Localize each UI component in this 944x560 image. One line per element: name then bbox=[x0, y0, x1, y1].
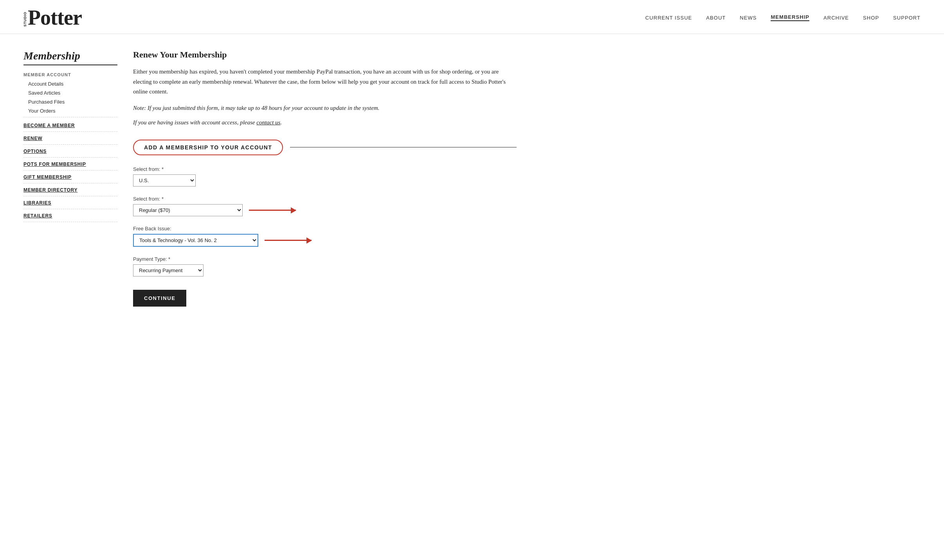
sidebar-link-become-member[interactable]: BECOME A MEMBER bbox=[23, 119, 117, 132]
free-back-issue-arrow-row: Tools & Technology - Vol. 36 No. 2 Other… bbox=[133, 234, 517, 247]
sidebar-link-retailers[interactable]: RETAILERS bbox=[23, 209, 117, 222]
logo[interactable]: STUDIO Potter bbox=[23, 7, 82, 28]
free-back-issue-group: Free Back Issue: Tools & Technology - Vo… bbox=[133, 226, 517, 247]
section-label: ADD A MEMBERSHIP TO YOUR ACCOUNT bbox=[133, 140, 283, 155]
nav-archive[interactable]: ARCHIVE bbox=[823, 15, 849, 21]
sidebar-link-pots[interactable]: POTS FOR MEMBERSHIP bbox=[23, 158, 117, 171]
sidebar-link-directory[interactable]: MEMBER DIRECTORY bbox=[23, 183, 117, 196]
nav-about[interactable]: ABOUT bbox=[706, 15, 726, 21]
sidebar-item-your-orders[interactable]: Your Orders bbox=[23, 106, 117, 115]
sidebar-link-renew[interactable]: RENEW bbox=[23, 132, 117, 145]
membership-type-arrow-row: Regular ($70) Student ($45) Sustaining (… bbox=[133, 204, 517, 216]
membership-type-select[interactable]: Regular ($70) Student ($45) Sustaining (… bbox=[133, 204, 243, 216]
sidebar-title: Membership bbox=[23, 50, 117, 65]
payment-type-label: Payment Type: * bbox=[133, 256, 517, 262]
section-header: ADD A MEMBERSHIP TO YOUR ACCOUNT bbox=[133, 140, 517, 155]
contact-after: . bbox=[280, 119, 282, 126]
membership-type-label: Select from: * bbox=[133, 196, 517, 202]
main-content: Renew Your Membership Either you members… bbox=[133, 50, 517, 307]
free-back-issue-select[interactable]: Tools & Technology - Vol. 36 No. 2 Other… bbox=[133, 234, 258, 247]
logo-potter-text: Potter bbox=[28, 7, 82, 28]
arrow-icon-membership-type bbox=[249, 210, 296, 211]
nav-membership[interactable]: MEMBERSHIP bbox=[771, 14, 809, 21]
sidebar-link-libraries[interactable]: LIBRARIES bbox=[23, 196, 117, 209]
payment-type-select[interactable]: Recurring Payment One-time Payment bbox=[133, 264, 204, 276]
arrow-icon-free-back-issue bbox=[265, 240, 312, 241]
nav-current-issue[interactable]: CURRENT ISSUE bbox=[645, 15, 692, 21]
sidebar-item-saved-articles[interactable]: Saved Articles bbox=[23, 88, 117, 97]
contact-us-link[interactable]: contact us bbox=[256, 119, 280, 126]
payment-type-group: Payment Type: * Recurring Payment One-ti… bbox=[133, 256, 517, 276]
sidebar-link-gift[interactable]: GIFT MEMBERSHIP bbox=[23, 171, 117, 183]
layout: Membership MEMBER ACCOUNT Account Detail… bbox=[0, 34, 548, 322]
nav-shop[interactable]: SHOP bbox=[863, 15, 879, 21]
continue-button[interactable]: CONTINUE bbox=[133, 290, 186, 307]
contact-line: If you are having issues with account ac… bbox=[133, 118, 517, 128]
main-note: Note: If you just submitted this form, i… bbox=[133, 103, 517, 113]
membership-type-group: Select from: * Regular ($70) Student ($4… bbox=[133, 196, 517, 216]
page-title: Renew Your Membership bbox=[133, 50, 517, 60]
contact-before: If you are having issues with account ac… bbox=[133, 119, 256, 126]
sidebar-link-options[interactable]: OPTIONS bbox=[23, 145, 117, 158]
sidebar: Membership MEMBER ACCOUNT Account Detail… bbox=[23, 50, 117, 307]
main-description: Either you membership has expired, you h… bbox=[133, 67, 517, 97]
sidebar-section-member-account: MEMBER ACCOUNT bbox=[23, 72, 117, 77]
country-label: Select from: * bbox=[133, 166, 517, 172]
sidebar-item-account-details[interactable]: Account Details bbox=[23, 79, 117, 88]
free-back-issue-label: Free Back Issue: bbox=[133, 226, 517, 232]
logo-studio-text: STUDIO bbox=[23, 12, 27, 27]
header: STUDIO Potter CURRENT ISSUE ABOUT NEWS M… bbox=[0, 0, 944, 34]
country-select[interactable]: U.S. Canada International bbox=[133, 174, 196, 187]
main-nav: CURRENT ISSUE ABOUT NEWS MEMBERSHIP ARCH… bbox=[645, 14, 921, 21]
sidebar-item-purchased-files[interactable]: Purchased Files bbox=[23, 97, 117, 106]
nav-news[interactable]: NEWS bbox=[740, 15, 757, 21]
nav-support[interactable]: SUPPORT bbox=[893, 15, 921, 21]
country-group: Select from: * U.S. Canada International bbox=[133, 166, 517, 187]
membership-form: Select from: * U.S. Canada International… bbox=[133, 166, 517, 307]
